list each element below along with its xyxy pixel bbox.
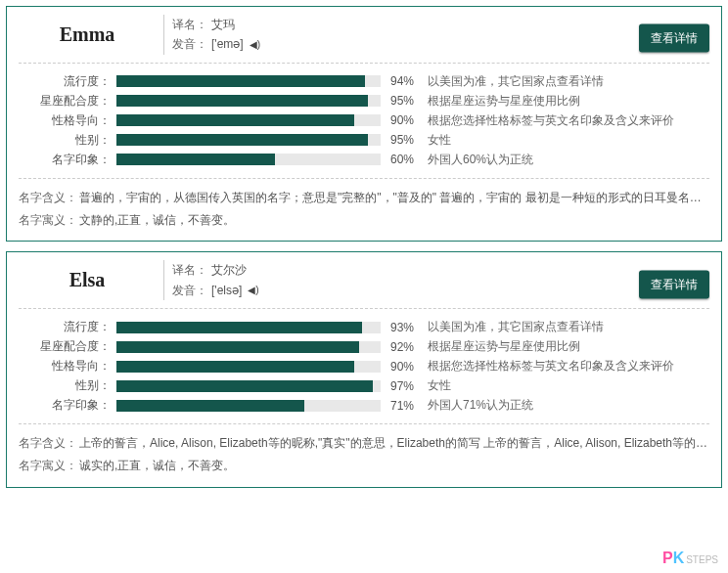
metric-bar-track <box>116 154 381 165</box>
metric-label: 性别： <box>19 377 116 394</box>
metric-bar-track <box>116 114 381 126</box>
sound-icon[interactable]: ◀) <box>248 282 258 298</box>
metric-description: 女性 <box>422 132 451 149</box>
translit-row: 译名：艾玛 <box>172 15 260 34</box>
name-column: Elsa <box>19 260 156 300</box>
metric-bar-track <box>116 380 381 392</box>
divider-vertical <box>163 260 164 300</box>
metric-bar-track <box>116 400 381 412</box>
name-column: Emma <box>19 15 156 55</box>
translit-label: 译名： <box>172 15 207 34</box>
corner-decoration <box>6 234 14 242</box>
metric-label: 性别： <box>19 132 116 149</box>
divider-vertical <box>163 15 164 55</box>
metric-percent: 71% <box>381 399 422 413</box>
metric-bar-fill <box>116 341 359 353</box>
moral-label: 名字寓义： <box>19 455 79 477</box>
metric-label: 星座配合度： <box>19 93 116 110</box>
english-name: Emma <box>60 23 115 46</box>
metric-label: 名字印象： <box>19 152 116 168</box>
corner-decoration <box>714 234 722 242</box>
translit-value: 艾玛 <box>211 15 235 34</box>
metrics-section: 流行度：93%以美国为准，其它国家点查看详情星座配合度：92%根据星座运势与星座… <box>19 319 709 414</box>
view-details-button[interactable]: 查看详情 <box>639 270 709 298</box>
pron-label: 发音： <box>172 34 207 54</box>
name-card: Elsa译名：艾尔沙发音：['elsə]◀)查看详情流行度：93%以美国为准，其… <box>6 251 722 487</box>
metric-row: 性别：95%女性 <box>19 132 709 149</box>
metric-percent: 97% <box>381 379 422 393</box>
english-name: Elsa <box>69 269 106 291</box>
meaning-label: 名字含义： <box>19 187 79 209</box>
corner-decoration <box>714 480 722 488</box>
metric-row: 星座配合度：92%根据星座运势与星座使用比例 <box>19 338 709 355</box>
meaning-text: 上帝的誓言，Alice, Alison, Elizabeth等的昵称,"真实"的… <box>79 432 709 455</box>
metric-percent: 90% <box>381 360 422 374</box>
metric-label: 性格导向： <box>19 358 116 375</box>
metric-bar-track <box>116 95 381 107</box>
metric-bar-track <box>116 75 381 87</box>
metric-row: 流行度：93%以美国为准，其它国家点查看详情 <box>19 319 709 335</box>
metric-row: 性格导向：90%根据您选择性格标签与英文名印象及含义来评价 <box>19 358 709 375</box>
metric-row: 名字印象：60%外国人60%认为正统 <box>19 152 709 168</box>
meta-column: 译名：艾玛发音：['emə]◀) <box>172 15 260 55</box>
corner-decoration <box>6 6 14 14</box>
translit-label: 译名： <box>172 260 207 280</box>
metric-percent: 94% <box>381 74 422 88</box>
metric-description: 以美国为准，其它国家点查看详情 <box>422 319 604 335</box>
view-details-button[interactable]: 查看详情 <box>639 24 709 53</box>
translit-value: 艾尔沙 <box>211 260 247 280</box>
metric-bar-track <box>116 322 381 333</box>
metric-description: 外国人71%认为正统 <box>422 397 533 414</box>
pron-value: ['elsə] <box>211 281 242 300</box>
metric-bar-track <box>116 361 381 373</box>
metric-label: 流行度： <box>19 319 116 335</box>
sound-icon[interactable]: ◀) <box>250 36 260 53</box>
metric-bar-fill <box>116 134 368 146</box>
pron-row: 发音：['elsə]◀) <box>172 281 259 300</box>
pron-label: 发音： <box>172 281 207 300</box>
meta-column: 译名：艾尔沙发音：['elsə]◀) <box>172 260 259 300</box>
metric-bar-fill <box>116 154 275 165</box>
meaning-row: 名字含义：普遍的，宇宙的，从德国传入英国的名字；意思是"完整的"，"普及的" 普… <box>19 187 709 209</box>
moral-label: 名字寓义： <box>19 209 79 232</box>
metrics-section: 流行度：94%以美国为准，其它国家点查看详情星座配合度：95%根据星座运势与星座… <box>19 73 709 168</box>
metric-label: 名字印象： <box>19 397 116 414</box>
metric-bar-fill <box>116 380 373 392</box>
metric-bar-fill <box>116 400 304 412</box>
pron-row: 发音：['emə]◀) <box>172 34 260 54</box>
card-header: Emma译名：艾玛发音：['emə]◀)查看详情 <box>19 15 709 64</box>
metric-description: 根据您选择性格标签与英文名印象及含义来评价 <box>422 358 674 375</box>
metric-description: 根据您选择性格标签与英文名印象及含义来评价 <box>422 112 674 129</box>
corner-decoration <box>6 480 14 488</box>
metric-bar-fill <box>116 114 354 126</box>
metric-row: 星座配合度：95%根据星座运势与星座使用比例 <box>19 93 709 110</box>
moral-text: 文静的,正直，诚信，不善变。 <box>79 209 709 232</box>
metric-bar-fill <box>116 322 362 333</box>
metric-row: 性别：97%女性 <box>19 377 709 394</box>
meaning-text: 普遍的，宇宙的，从德国传入英国的名字；意思是"完整的"，"普及的" 普遍的，宇宙… <box>79 187 709 209</box>
metric-description: 根据星座运势与星座使用比例 <box>422 93 580 110</box>
divider-horizontal <box>19 178 709 179</box>
metric-label: 星座配合度： <box>19 338 116 355</box>
corner-decoration <box>6 251 14 259</box>
metric-label: 流行度： <box>19 73 116 90</box>
metric-percent: 95% <box>381 94 422 108</box>
metric-bar-fill <box>116 95 368 107</box>
metric-percent: 92% <box>381 340 422 354</box>
meaning-row: 名字含义：上帝的誓言，Alice, Alison, Elizabeth等的昵称,… <box>19 432 709 455</box>
corner-decoration <box>714 251 722 259</box>
metric-percent: 90% <box>381 113 422 127</box>
divider-horizontal <box>19 423 709 424</box>
moral-text: 诚实的,正直，诚信，不善变。 <box>79 455 709 477</box>
pron-value: ['emə] <box>211 34 244 54</box>
metric-label: 性格导向： <box>19 112 116 129</box>
metric-row: 性格导向：90%根据您选择性格标签与英文名印象及含义来评价 <box>19 112 709 129</box>
metric-description: 根据星座运势与星座使用比例 <box>422 338 580 355</box>
metric-percent: 60% <box>381 153 422 166</box>
metric-bar-fill <box>116 75 365 87</box>
card-header: Elsa译名：艾尔沙发音：['elsə]◀)查看详情 <box>19 260 709 309</box>
translit-row: 译名：艾尔沙 <box>172 260 259 280</box>
metric-percent: 95% <box>381 133 422 147</box>
meaning-label: 名字含义： <box>19 432 79 455</box>
metric-description: 外国人60%认为正统 <box>422 152 533 168</box>
